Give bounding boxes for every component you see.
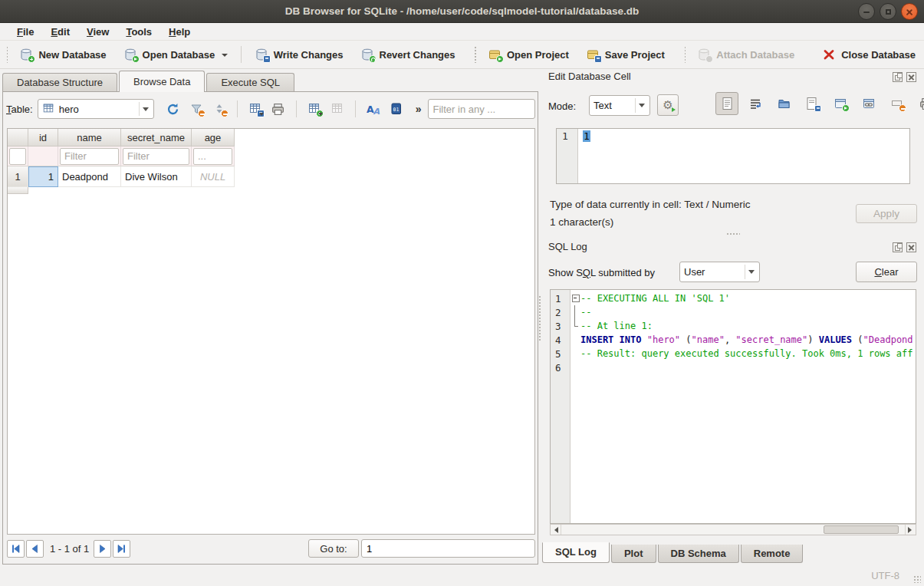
column-header-secret-name[interactable]: secret_name bbox=[121, 129, 192, 146]
column-header-name[interactable]: name bbox=[58, 129, 121, 146]
text-mode-button[interactable] bbox=[715, 92, 738, 115]
toolbar-drag-handle[interactable] bbox=[684, 46, 686, 63]
corner-header[interactable] bbox=[8, 129, 28, 146]
filter-any-column-input[interactable] bbox=[428, 99, 535, 119]
column-header-age[interactable]: age bbox=[192, 129, 235, 146]
submitted-by-select[interactable]: User bbox=[679, 262, 760, 282]
binary-view-icon: 01 bbox=[390, 102, 403, 116]
auto-apply-settings-button[interactable] bbox=[657, 94, 679, 116]
svg-text:01: 01 bbox=[393, 107, 399, 113]
close-dock-icon[interactable] bbox=[906, 72, 916, 82]
sql-log-view[interactable]: 1-- EXECUTING ALL IN 'SQL 1'2--3-- At li… bbox=[550, 289, 916, 524]
refresh-button[interactable] bbox=[163, 99, 183, 119]
clear-log-button[interactable]: Clear bbox=[856, 262, 917, 282]
attach-database-button: Attach Database bbox=[689, 43, 803, 66]
clear-filters-button[interactable] bbox=[186, 99, 206, 119]
tab-database-structure[interactable]: Database Structure bbox=[2, 73, 117, 92]
minimize-button[interactable] bbox=[858, 3, 875, 20]
menu-file[interactable]: File bbox=[9, 25, 41, 39]
filter-input-name[interactable] bbox=[60, 148, 119, 165]
tab-sql-log[interactable]: SQL Log bbox=[542, 542, 610, 563]
clear-sort-button[interactable] bbox=[209, 99, 229, 119]
bottom-tab-bar: SQL Log Plot DB Schema Remote bbox=[542, 542, 804, 563]
write-changes-button[interactable]: Write Changes bbox=[246, 43, 352, 66]
encoding-indicator[interactable]: UTF-8 bbox=[871, 570, 899, 581]
import-file-button[interactable] bbox=[772, 92, 795, 115]
sql-log-line: 2-- bbox=[551, 305, 916, 319]
tab-execute-sql[interactable]: Execute SQL bbox=[206, 73, 294, 92]
close-dock-icon[interactable] bbox=[906, 242, 916, 252]
word-wrap-button[interactable] bbox=[744, 92, 767, 115]
cell-secret-name[interactable]: Dive Wilson bbox=[121, 166, 192, 187]
tab-browse-data[interactable]: Browse Data bbox=[119, 71, 205, 92]
app-window: DB Browser for SQLite - /home/user/code/… bbox=[0, 0, 924, 586]
link-button[interactable] bbox=[857, 92, 880, 115]
menu-tools[interactable]: Tools bbox=[118, 25, 159, 39]
menu-edit[interactable]: Edit bbox=[43, 25, 77, 39]
tab-db-schema[interactable]: DB Schema bbox=[658, 545, 739, 563]
last-record-button[interactable] bbox=[113, 540, 130, 558]
column-header-id[interactable]: id bbox=[28, 129, 58, 146]
toolbar-overflow-chevron[interactable]: » bbox=[416, 103, 422, 115]
panel-splitter-handle[interactable] bbox=[538, 295, 541, 341]
database-open-icon bbox=[123, 48, 137, 61]
format-icon: AA bbox=[366, 102, 381, 117]
print-cell-button[interactable] bbox=[914, 92, 924, 115]
binary-view-button[interactable]: 01 bbox=[386, 99, 406, 119]
print-table-button[interactable] bbox=[268, 99, 288, 119]
menu-help[interactable]: Help bbox=[161, 25, 198, 39]
scroll-left-icon[interactable] bbox=[551, 525, 561, 535]
cell-editor[interactable]: 1 1 bbox=[556, 128, 910, 184]
chevron-down-icon bbox=[318, 113, 323, 118]
close-database-button[interactable]: Close Database bbox=[814, 43, 924, 66]
sql-log-horizontal-scrollbar[interactable] bbox=[550, 524, 916, 535]
goto-button[interactable]: Go to: bbox=[308, 539, 359, 558]
table-select[interactable]: hero bbox=[38, 99, 154, 119]
export-file-button[interactable] bbox=[801, 92, 824, 115]
previous-record-button[interactable] bbox=[26, 540, 44, 558]
scroll-right-icon[interactable] bbox=[905, 525, 916, 535]
titlebar[interactable]: DB Browser for SQLite - /home/user/code/… bbox=[0, 0, 924, 23]
sql-log-lines: 1-- EXECUTING ALL IN 'SQL 1'2--3-- At li… bbox=[551, 291, 916, 374]
sql-log-line: 1-- EXECUTING ALL IN 'SQL 1' bbox=[551, 291, 916, 305]
format-button[interactable]: AA bbox=[363, 99, 383, 119]
next-record-button[interactable] bbox=[94, 540, 111, 558]
open-project-button[interactable]: Open Project bbox=[479, 43, 577, 66]
filter-input-id[interactable] bbox=[9, 148, 26, 165]
cell-id[interactable]: 1 bbox=[28, 166, 58, 187]
float-dock-icon[interactable] bbox=[893, 242, 903, 252]
filter-input-secret-name[interactable] bbox=[123, 148, 189, 165]
goto-record-input[interactable] bbox=[361, 539, 535, 558]
dock-splitter-handle[interactable] bbox=[726, 232, 740, 235]
open-in-window-button[interactable] bbox=[829, 92, 852, 115]
open-database-dropdown-icon[interactable] bbox=[222, 54, 228, 60]
cell-name[interactable]: Deadpond bbox=[58, 166, 121, 187]
new-database-button[interactable]: New Database bbox=[11, 43, 114, 66]
toolbar-drag-handle[interactable] bbox=[6, 46, 8, 63]
apply-button: Apply bbox=[856, 204, 917, 223]
mode-select[interactable]: Text bbox=[589, 95, 650, 116]
tab-remote[interactable]: Remote bbox=[741, 545, 804, 563]
resize-grip-icon[interactable] bbox=[913, 575, 921, 583]
project-save-icon bbox=[586, 48, 600, 61]
cell-editor-content[interactable]: 1 bbox=[583, 130, 590, 142]
insert-record-button[interactable] bbox=[304, 99, 324, 119]
export-table-button[interactable] bbox=[245, 99, 265, 119]
cell-age[interactable]: NULL bbox=[192, 166, 235, 187]
row-header[interactable]: 1 bbox=[8, 166, 28, 187]
fold-marker-icon[interactable] bbox=[571, 291, 580, 305]
set-null-button[interactable] bbox=[886, 92, 909, 115]
maximize-button[interactable] bbox=[880, 3, 896, 20]
toolbar-drag-handle[interactable] bbox=[474, 46, 475, 63]
revert-changes-button[interactable]: Revert Changes bbox=[352, 43, 464, 66]
cell-type-info: Type of data currently in cell: Text / N… bbox=[550, 199, 751, 210]
scrollbar-thumb[interactable] bbox=[824, 525, 899, 534]
menu-view[interactable]: View bbox=[79, 25, 117, 39]
close-button[interactable] bbox=[901, 3, 918, 20]
filter-input-age[interactable] bbox=[193, 148, 232, 165]
tab-plot[interactable]: Plot bbox=[611, 545, 656, 563]
save-project-button[interactable]: Save Project bbox=[577, 43, 673, 66]
open-database-button[interactable]: Open Database bbox=[115, 43, 237, 66]
float-dock-icon[interactable] bbox=[893, 72, 903, 82]
first-record-button[interactable] bbox=[7, 540, 25, 558]
